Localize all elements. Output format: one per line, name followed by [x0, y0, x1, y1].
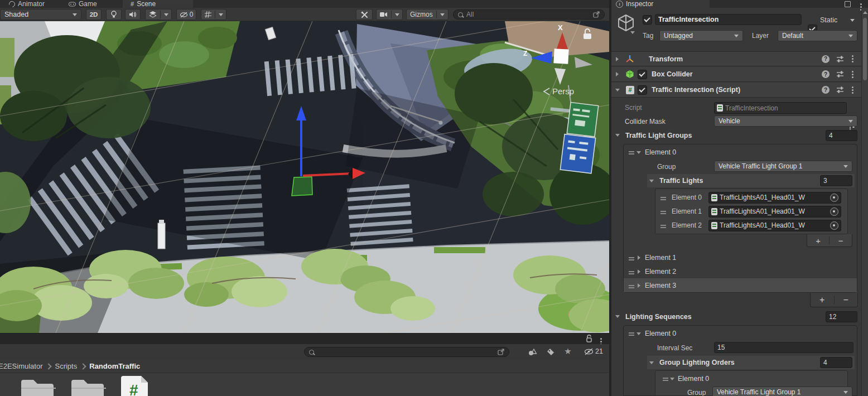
- drag-handle-icon[interactable]: [629, 151, 634, 152]
- tag-dropdown[interactable]: Untagged: [659, 30, 743, 41]
- 2d-toggle-button[interactable]: 2D: [86, 9, 102, 20]
- group-dropdown[interactable]: Vehicle Traffic Light Group 1: [714, 161, 852, 172]
- lighting-sequences-count[interactable]: 12: [826, 311, 857, 322]
- transform-component-header[interactable]: Transform ?: [611, 51, 861, 66]
- remove-element-button[interactable]: −: [838, 236, 843, 245]
- project-content-area[interactable]: #: [0, 373, 609, 396]
- folder-icon[interactable]: [71, 375, 106, 396]
- kebab-icon[interactable]: [852, 71, 853, 73]
- project-lock-button[interactable]: [585, 334, 594, 343]
- inspector-menu-button[interactable]: [859, 1, 863, 8]
- breadcrumb-root[interactable]: E2ESimulator: [0, 362, 42, 370]
- foldout-expanded-icon[interactable]: [649, 180, 654, 182]
- traffic-light-object-field[interactable]: TrafficLightsA01_Head01_W: [708, 206, 841, 218]
- add-element-button[interactable]: +: [816, 236, 821, 245]
- scene-effects-button[interactable]: [145, 9, 172, 20]
- grid-snap-button[interactable]: [201, 9, 226, 20]
- scene-lighting-button[interactable]: [106, 9, 122, 20]
- presets-icon[interactable]: [836, 86, 844, 94]
- scene-viewport[interactable]: X Z Persp: [0, 21, 609, 333]
- drag-handle-icon[interactable]: [629, 332, 634, 334]
- add-element-button[interactable]: +: [819, 295, 824, 305]
- foldout-expanded-icon[interactable]: [615, 89, 620, 91]
- gizmos-dropdown[interactable]: Gizmos: [406, 9, 449, 20]
- traffic-lights-count[interactable]: 3: [820, 175, 852, 186]
- foldout-collapsed-icon[interactable]: [638, 255, 640, 260]
- foldout-collapsed-icon[interactable]: [616, 57, 619, 61]
- object-picker-icon[interactable]: [830, 207, 838, 216]
- static-dropdown[interactable]: [850, 19, 855, 22]
- scene-visibility-toggle[interactable]: 0: [176, 9, 196, 20]
- open-window-icon[interactable]: [593, 11, 600, 18]
- gameobject-icon-dropdown[interactable]: [630, 31, 635, 34]
- foldout-expanded-icon[interactable]: [615, 134, 620, 137]
- drag-handle-icon[interactable]: [629, 285, 634, 286]
- collider-mask-dropdown[interactable]: Vehicle: [714, 115, 857, 127]
- help-icon[interactable]: ?: [822, 70, 830, 78]
- drag-handle-icon[interactable]: [660, 197, 666, 198]
- interval-sec-field[interactable]: 15: [714, 342, 853, 353]
- presets-icon[interactable]: [836, 55, 844, 63]
- tlg-element0-label[interactable]: Element 0: [645, 148, 676, 156]
- traffic-light-groups-count[interactable]: 4: [826, 130, 857, 141]
- project-visibility-toggle[interactable]: 21: [580, 345, 607, 358]
- shading-mode-dropdown[interactable]: Shaded: [0, 9, 81, 20]
- drag-handle-icon[interactable]: [629, 257, 634, 258]
- drag-handle-icon[interactable]: [660, 225, 666, 226]
- project-menu-button[interactable]: [598, 334, 604, 343]
- breadcrumb-current[interactable]: RandomTraffic: [89, 362, 140, 370]
- glo-element0-label[interactable]: Element 0: [678, 375, 709, 383]
- ls-element0-label[interactable]: Element 0: [645, 330, 676, 337]
- drag-handle-icon[interactable]: [629, 271, 634, 272]
- glo-group-dropdown[interactable]: Vehicle Traffic Light Group 1: [712, 387, 852, 396]
- script-enabled-checkbox[interactable]: [638, 85, 647, 95]
- scene-camera-button[interactable]: [376, 9, 403, 20]
- folder-icon[interactable]: [21, 375, 56, 396]
- foldout-expanded-icon[interactable]: [615, 315, 620, 318]
- scene-search-field[interactable]: All: [453, 9, 605, 20]
- box-collider-enabled-checkbox[interactable]: [638, 70, 647, 79]
- scene-audio-button[interactable]: [125, 9, 141, 20]
- help-icon[interactable]: ?: [822, 55, 830, 63]
- foldout-expanded-icon[interactable]: [636, 151, 641, 154]
- scrollbar-thumb[interactable]: [863, 18, 867, 80]
- inspector-scrollbar[interactable]: [861, 8, 868, 396]
- inspector-maximize-icon[interactable]: [845, 1, 851, 7]
- gameobject-active-checkbox[interactable]: [643, 15, 652, 25]
- object-picker-icon[interactable]: [830, 194, 838, 202]
- box-collider-component-header[interactable]: Box Collider ?: [611, 67, 861, 82]
- foldout-collapsed-icon[interactable]: [638, 283, 640, 288]
- scroll-up-icon[interactable]: [863, 11, 867, 14]
- layer-dropdown[interactable]: Default: [778, 30, 857, 41]
- tab-animator[interactable]: Animator: [0, 0, 70, 8]
- open-window-icon[interactable]: [498, 349, 504, 355]
- project-search-field[interactable]: [304, 347, 509, 357]
- drag-handle-icon[interactable]: [663, 378, 668, 379]
- traffic-intersection-component-header[interactable]: # Traffic Intersection (Script) ?: [611, 83, 861, 98]
- tab-scene[interactable]: # Scene: [123, 0, 193, 8]
- traffic-light-object-field[interactable]: TrafficLightsA01_Head01_W: [708, 220, 841, 231]
- tab-game[interactable]: Game: [61, 0, 131, 8]
- foldout-expanded-icon[interactable]: [636, 332, 641, 335]
- gameobject-name-field[interactable]: TrafficIntersection: [655, 14, 802, 25]
- favorites-button[interactable]: ★: [561, 345, 575, 358]
- foldout-collapsed-icon[interactable]: [616, 72, 619, 76]
- drag-handle-icon[interactable]: [660, 211, 666, 212]
- tab-inspector[interactable]: i Inspector: [611, 0, 710, 8]
- tlg-element1-row[interactable]: Element 1: [625, 251, 856, 264]
- breadcrumb-folder[interactable]: Scripts: [55, 362, 77, 370]
- object-picker-icon[interactable]: [830, 221, 838, 230]
- presets-icon[interactable]: [836, 70, 844, 78]
- kebab-icon[interactable]: [852, 86, 853, 88]
- remove-element-button[interactable]: −: [843, 295, 848, 305]
- scene-tools-button[interactable]: [356, 9, 373, 20]
- search-by-label-button[interactable]: [544, 346, 557, 358]
- tlg-element2-row[interactable]: Element 2: [625, 265, 856, 278]
- kebab-icon[interactable]: [852, 55, 853, 57]
- search-by-type-button[interactable]: [525, 346, 539, 358]
- traffic-light-object-field[interactable]: TrafficLightsA01_Head01_W: [708, 192, 841, 204]
- foldout-expanded-icon[interactable]: [649, 361, 654, 364]
- help-icon[interactable]: ?: [822, 86, 830, 94]
- foldout-collapsed-icon[interactable]: [638, 269, 640, 274]
- foldout-expanded-icon[interactable]: [670, 378, 674, 380]
